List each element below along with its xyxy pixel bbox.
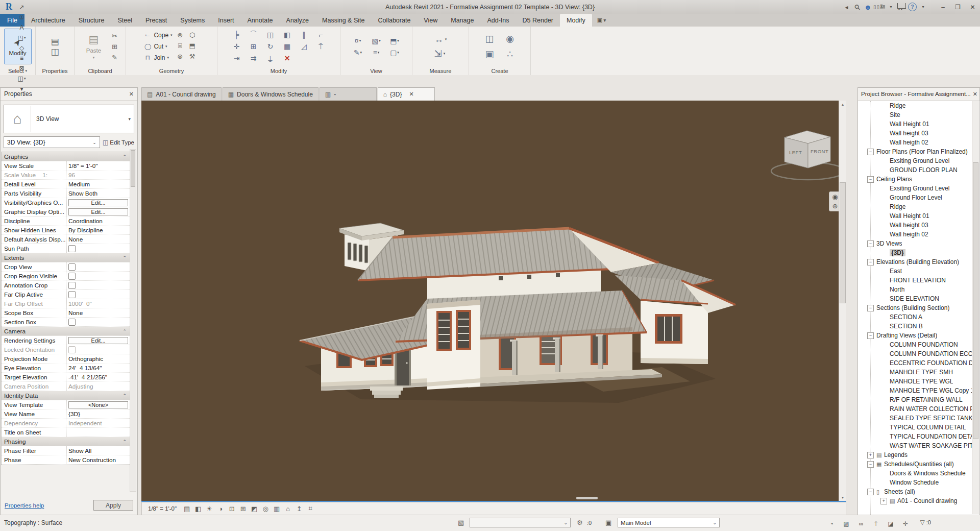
property-row[interactable]: Target Elevation -41' 4 21/256" -41' 4 2…: [2, 373, 130, 382]
displace-elements-icon[interactable]: ▢▾: [390, 49, 399, 57]
property-row[interactable]: Locked Orientation ⌃: [2, 345, 130, 354]
browser-tree-item[interactable]: Exsiting Ground Level: [858, 184, 972, 193]
browser-tree-item[interactable]: MANHOLE TYPE WGL Copy 1: [858, 386, 972, 395]
browser-tree-item[interactable]: Floor Plans (Floor Plan FInalized): [858, 147, 972, 156]
property-value[interactable]: 24' 4 13/64": [68, 365, 102, 372]
property-value[interactable]: New Construction: [68, 456, 116, 464]
create-group-icon[interactable]: ◉: [506, 33, 514, 44]
split-face-icon[interactable]: ⊗: [175, 52, 185, 61]
browser-tree-item[interactable]: ECCENTRIC FOUNDATION DETAIL: [858, 358, 972, 368]
property-edit-button[interactable]: Edit...: [68, 337, 128, 344]
linework-icon[interactable]: ✎▾: [354, 49, 362, 57]
browser-tree-item[interactable]: Wall Height 01: [858, 119, 972, 129]
browser-tree-item[interactable]: TYPICAL COLUMN DETAIL: [858, 423, 972, 432]
tab-structure[interactable]: Structure: [72, 14, 111, 27]
workset-combobox[interactable]: ⌄: [470, 518, 571, 527]
property-checkbox[interactable]: [68, 346, 76, 353]
property-value[interactable]: Show Both: [68, 190, 97, 197]
cut-to-clipboard-icon[interactable]: ✂: [110, 31, 120, 40]
browser-tree-item[interactable]: Wall heigth 02: [858, 230, 972, 239]
property-value[interactable]: Orthographic: [68, 355, 103, 363]
help-dropdown-icon[interactable]: ▾: [918, 2, 928, 12]
browser-tree-item[interactable]: Wall Height 01: [858, 211, 972, 221]
tab-annotate[interactable]: Annotate: [241, 14, 280, 27]
type-selector-caret-icon[interactable]: ▾: [128, 116, 134, 122]
expand-toggle-icon[interactable]: [867, 489, 874, 495]
browser-tree-item[interactable]: Ground Floor Level: [858, 193, 972, 202]
expand-toggle-icon[interactable]: [867, 452, 874, 458]
tag-by-category-icon[interactable]: ①: [16, 12, 27, 22]
property-value[interactable]: Coordination: [68, 218, 103, 225]
aligned-dimension-icon[interactable]: ↗: [16, 2, 27, 12]
property-row[interactable]: Scope Box None None ⌃: [2, 308, 130, 318]
property-row[interactable]: Phase Filter Show All Show All ⌃: [2, 446, 130, 455]
tab-view[interactable]: View: [417, 14, 444, 27]
wall-joins-icon[interactable]: ⌸: [175, 41, 185, 51]
browser-tree-item[interactable]: SECTION A: [858, 312, 972, 322]
property-row[interactable]: Scale Value 1: 96 96 ⌃: [2, 171, 130, 180]
property-row[interactable]: Phase New Construction New Construction …: [2, 455, 130, 465]
property-row[interactable]: View Template <None> <None> ⌃: [2, 400, 130, 409]
visual-style-icon[interactable]: ◧: [192, 503, 204, 514]
reveal-hidden-elements-icon[interactable]: ◎: [260, 503, 271, 514]
property-value[interactable]: Independent: [68, 420, 102, 427]
crop-view-icon[interactable]: ⊡: [226, 503, 237, 514]
delete-icon[interactable]: ✕: [284, 54, 290, 62]
property-row[interactable]: Default Analysis Disp... None None ⌃: [2, 235, 130, 244]
trim-multiple-icon[interactable]: ⇉: [251, 54, 257, 62]
properties-scrollbar[interactable]: [130, 149, 136, 492]
pin-icon[interactable]: ⍑: [318, 42, 323, 51]
browser-scrollbar[interactable]: [972, 101, 979, 514]
property-row[interactable]: Visibility/Graphics O... Edit... Edit...…: [2, 198, 130, 207]
browser-tree-item[interactable]: Doors & Windows Schedule: [858, 469, 972, 478]
select-by-face-toggle-icon[interactable]: ◪: [887, 519, 895, 529]
property-value[interactable]: By Discipline: [68, 227, 103, 234]
expand-toggle-icon[interactable]: [867, 259, 874, 266]
scale-icon[interactable]: ◿: [301, 42, 307, 51]
tab-manage[interactable]: Manage: [444, 14, 480, 27]
design-options-combobox[interactable]: Main Model⌄: [618, 518, 720, 527]
property-row[interactable]: Annotation Crop ⌃: [2, 281, 130, 290]
properties-close-icon[interactable]: ✕: [129, 91, 134, 98]
tab-analyze[interactable]: Analyze: [280, 14, 315, 27]
canvas-horizontal-scroll-thumb[interactable]: [576, 497, 598, 499]
offset-icon[interactable]: ⌒: [250, 30, 257, 39]
property-row[interactable]: Far Clip Active ⌃: [2, 290, 130, 299]
browser-tree-item[interactable]: {3D}: [858, 248, 972, 257]
scrollbar-thumb[interactable]: [973, 162, 978, 439]
browser-tree-item[interactable]: Ridge: [858, 101, 972, 110]
property-row[interactable]: Detail Level Medium Medium ⌃: [2, 180, 130, 189]
browser-tree-item[interactable]: ▦ Schedules/Quantities (all): [858, 460, 972, 469]
browser-tree-item[interactable]: Wall heigth 02: [858, 138, 972, 147]
ribbon-state-toggle[interactable]: ▣▾: [592, 14, 611, 27]
view-scale-button[interactable]: 1/8" = 1'-0": [144, 505, 180, 512]
tab-architecture[interactable]: Architecture: [24, 14, 72, 27]
property-value[interactable]: {3D}: [68, 411, 80, 418]
property-row[interactable]: Eye Elevation 24' 4 13/64" 24' 4 13/64" …: [2, 364, 130, 373]
browser-tree-item[interactable]: East: [858, 267, 972, 276]
match-type-properties-icon[interactable]: ✎: [110, 53, 120, 62]
property-row[interactable]: Section Box ⌃: [2, 318, 130, 327]
switch-windows-icon[interactable]: ◫: [16, 74, 27, 84]
instance-selector[interactable]: 3D View: {3D}⌄: [4, 136, 100, 148]
property-checkbox[interactable]: [68, 245, 76, 252]
tab-insert[interactable]: Insert: [211, 14, 240, 27]
override-graphics-icon[interactable]: ¤▾: [355, 37, 361, 45]
tab-add-ins[interactable]: Add-Ins: [480, 14, 516, 27]
zoom-icon[interactable]: ⊕: [832, 202, 838, 210]
browser-tree-item[interactable]: SECTION B: [858, 322, 972, 331]
canvas-vertical-scrollbar[interactable]: ▴▾: [839, 101, 846, 501]
customize-qat-icon[interactable]: ▾: [16, 84, 27, 94]
property-checkbox[interactable]: [68, 273, 76, 280]
property-value[interactable]: 96: [68, 172, 75, 179]
drawing-area[interactable]: LEFT FRONT ◉⊕ ▴▾: [141, 101, 846, 502]
show-crop-region-icon[interactable]: ⊞: [237, 503, 249, 514]
override-by-filter-icon[interactable]: ≡▾: [373, 49, 380, 57]
property-row[interactable]: Dependency Independent Independent ⌃: [2, 419, 130, 428]
property-edit-button[interactable]: Edit...: [68, 208, 128, 215]
align-icon[interactable]: ╞: [234, 31, 239, 39]
close-button[interactable]: ✕: [965, 0, 980, 14]
collapse-chevron-icon[interactable]: ⌃: [122, 154, 130, 159]
thin-lines-icon[interactable]: ≡: [16, 53, 27, 63]
property-row[interactable]: Title on Sheet ⌃: [2, 428, 130, 437]
